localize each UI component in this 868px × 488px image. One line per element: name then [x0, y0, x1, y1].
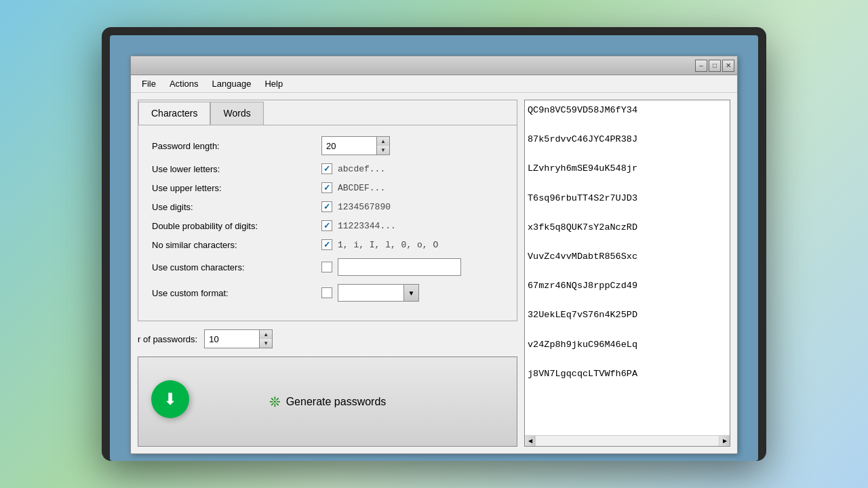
custom-chars-input[interactable]	[338, 258, 461, 276]
menu-bar: File Actions Language Help	[131, 75, 737, 93]
tab-container: Characters Words Password length:	[138, 100, 517, 321]
password-item: x3fk5q8QUK7sY2aNczRD	[528, 220, 727, 235]
custom-format-checkbox[interactable]	[321, 287, 332, 298]
menu-help[interactable]: Help	[259, 77, 288, 91]
lower-letters-label: Use lower letters:	[152, 164, 315, 174]
digits-control: 1234567890	[321, 201, 391, 212]
digits-label: Use digits:	[152, 202, 315, 212]
password-item: 32UekLEq7vS76n4K25PD	[528, 308, 727, 323]
password-output: QC9n8VC59VD58JM6fY3487k5rdvvC46JYC4PR38J…	[524, 100, 730, 447]
double-prob-checkbox[interactable]	[321, 220, 332, 231]
no-similar-label: No similar characters:	[152, 240, 315, 250]
password-item: VuvZc4vvMDabtR856Sxc	[528, 249, 727, 264]
tab-header: Characters Words	[138, 100, 517, 125]
digits-row: Use digits: 1234567890	[152, 201, 503, 212]
generate-button[interactable]: ❊ Generate passwords	[138, 357, 517, 447]
horizontal-scrollbar[interactable]: ◀ ▶	[525, 435, 730, 446]
download-icon: ⬇	[163, 390, 177, 409]
spinner-down-button[interactable]: ▼	[377, 146, 389, 155]
num-passwords-label: r of passwords:	[138, 334, 197, 344]
tab-content-characters: Password length: ▲ ▼	[138, 125, 517, 321]
no-similar-row: No similar characters: 1, i, I, l, 0, o,…	[152, 239, 503, 250]
minimize-button[interactable]: –	[695, 60, 707, 72]
password-item: T6sq96rbuTT4S2r7UJD3	[528, 191, 727, 206]
num-passwords-spinner: ▲ ▼	[204, 329, 273, 348]
double-prob-row: Double probability of digits: 11223344..…	[152, 220, 503, 231]
password-scroll-area[interactable]: QC9n8VC59VD58JM6fY3487k5rdvvC46JYC4PR38J…	[525, 100, 730, 435]
custom-format-label: Use custom format:	[152, 288, 315, 298]
upper-letters-hint: ABCDEF...	[338, 183, 385, 193]
password-length-spinner: ▲ ▼	[321, 136, 390, 155]
digits-hint: 1234567890	[338, 202, 391, 212]
right-panel: QC9n8VC59VD58JM6fY3487k5rdvvC46JYC4PR38J…	[524, 100, 730, 447]
spinner-up-button[interactable]: ▲	[377, 137, 389, 146]
num-passwords-down-button[interactable]: ▼	[260, 339, 272, 348]
no-similar-checkbox[interactable]	[321, 239, 332, 250]
password-item: QC9n8VC59VD58JM6fY34	[528, 103, 727, 118]
password-item: j8VN7LgqcqcLTVWfh6PA	[528, 367, 727, 382]
close-button[interactable]: ✕	[722, 60, 734, 72]
digits-checkbox[interactable]	[321, 201, 332, 212]
scroll-track	[536, 436, 719, 446]
custom-chars-control	[321, 258, 461, 276]
custom-format-control: ▼	[321, 284, 419, 302]
bottom-row: r of passwords: ▲ ▼	[138, 327, 517, 351]
password-length-label: Password length:	[152, 141, 315, 151]
no-similar-hint: 1, i, I, l, 0, o, O	[338, 240, 438, 250]
password-length-input[interactable]	[322, 137, 376, 155]
custom-format-value	[338, 291, 403, 294]
tab-characters[interactable]: Characters	[138, 102, 210, 125]
double-prob-control: 11223344...	[321, 220, 396, 231]
left-panel: Characters Words Password length:	[138, 100, 517, 447]
maximize-button[interactable]: □	[709, 60, 721, 72]
upper-letters-control: ABCDEF...	[321, 182, 385, 193]
password-list: QC9n8VC59VD58JM6fY3487k5rdvvC46JYC4PR38J…	[528, 103, 727, 432]
lower-letters-checkbox[interactable]	[321, 163, 332, 174]
num-passwords-up-button[interactable]: ▲	[260, 330, 272, 339]
lower-letters-hint: abcdef...	[338, 164, 385, 174]
tab-words[interactable]: Words	[210, 102, 263, 125]
num-passwords-input[interactable]	[205, 330, 259, 348]
scroll-right-button[interactable]: ▶	[719, 436, 730, 447]
menu-file[interactable]: File	[136, 77, 161, 91]
upper-letters-checkbox[interactable]	[321, 182, 332, 193]
generate-label: Generate passwords	[286, 396, 387, 408]
custom-format-row: Use custom format: ▼	[152, 284, 503, 302]
lower-letters-control: abcdef...	[321, 163, 385, 174]
no-similar-control: 1, i, I, l, 0, o, O	[321, 239, 438, 250]
password-length-row: Password length: ▲ ▼	[152, 136, 503, 155]
title-bar: – □ ✕	[131, 56, 737, 75]
main-content: Characters Words Password length:	[131, 93, 737, 453]
custom-format-arrow[interactable]: ▼	[403, 285, 418, 301]
spinner-buttons: ▲ ▼	[376, 137, 389, 155]
double-prob-hint: 11223344...	[338, 221, 396, 231]
menu-actions[interactable]: Actions	[164, 77, 204, 91]
scroll-left-button[interactable]: ◀	[525, 436, 536, 447]
password-item: 87k5rdvvC46JYC4PR38J	[528, 132, 727, 147]
laptop-screen: – □ ✕ File Actions Language Help Charac	[110, 35, 758, 461]
custom-chars-checkbox[interactable]	[321, 262, 332, 272]
custom-chars-row: Use custom characters:	[152, 258, 503, 276]
menu-language[interactable]: Language	[207, 77, 257, 91]
password-item: v24Zp8h9jkuC96M46eLq	[528, 338, 727, 352]
download-fab[interactable]: ⬇	[151, 380, 189, 418]
password-length-control: ▲ ▼	[321, 136, 390, 155]
num-passwords-spinner-buttons: ▲ ▼	[259, 330, 272, 348]
upper-letters-row: Use upper letters: ABCDEF...	[152, 182, 503, 193]
password-item: LZvhryh6mSE94uK548jr	[528, 161, 727, 176]
laptop-frame: – □ ✕ File Actions Language Help Charac	[102, 27, 766, 461]
lower-letters-row: Use lower letters: abcdef...	[152, 163, 503, 174]
double-prob-label: Double probability of digits:	[152, 221, 315, 231]
upper-letters-label: Use upper letters:	[152, 183, 315, 193]
custom-format-dropdown[interactable]: ▼	[338, 284, 419, 302]
password-item: 67mzr46NQsJ8rppCzd49	[528, 279, 727, 293]
app-window: – □ ✕ File Actions Language Help Charac	[130, 56, 738, 454]
generate-icon: ❊	[269, 394, 281, 410]
custom-chars-label: Use custom characters:	[152, 262, 315, 272]
